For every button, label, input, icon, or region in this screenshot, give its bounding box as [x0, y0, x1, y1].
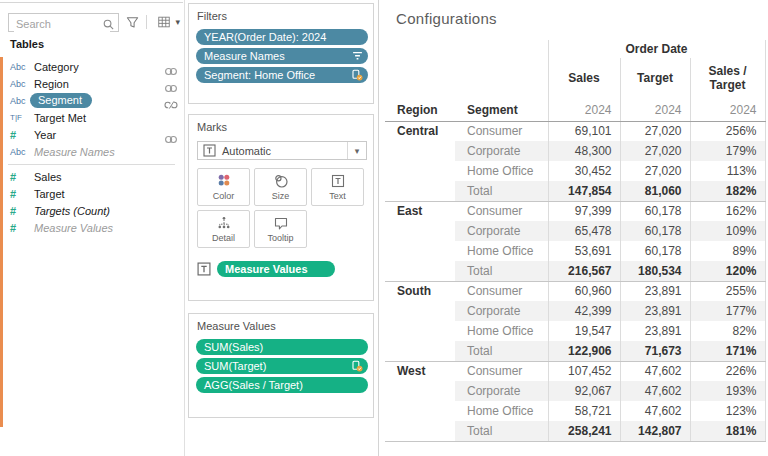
- cell-south-home-office-sales-over-target[interactable]: 82%: [690, 321, 765, 341]
- cell-west-consumer-target[interactable]: 47,602: [620, 361, 690, 381]
- segment-header[interactable]: Home Office: [455, 241, 548, 261]
- cell-south-total-sales-over-target[interactable]: 171%: [690, 341, 765, 361]
- cell-south-corporate-sales-over-target[interactable]: 177%: [690, 301, 765, 321]
- mark-button-text[interactable]: Text: [311, 168, 364, 206]
- cell-east-home-office-target[interactable]: 60,178: [620, 241, 690, 261]
- cell-east-consumer-target[interactable]: 60,178: [620, 201, 690, 221]
- cell-south-home-office-sales[interactable]: 19,547: [548, 321, 620, 341]
- cell-south-corporate-sales[interactable]: 42,399: [548, 301, 620, 321]
- field-row-measure-names[interactable]: AbcMeasure Names: [0, 143, 183, 160]
- mark-button-tooltip[interactable]: Tooltip: [254, 210, 307, 248]
- segment-header[interactable]: Total: [455, 341, 548, 361]
- mark-type-dropdown[interactable]: Automatic ▾: [197, 141, 367, 160]
- cell-east-consumer-sales-over-target[interactable]: 162%: [690, 201, 765, 221]
- cell-central-total-sales[interactable]: 147,854: [548, 181, 620, 201]
- region-header-west[interactable]: West: [385, 361, 455, 441]
- mark-button-size[interactable]: Size: [254, 168, 307, 206]
- cell-east-corporate-sales-over-target[interactable]: 109%: [690, 221, 765, 241]
- cell-west-consumer-sales[interactable]: 107,452: [548, 361, 620, 381]
- view-grid-icon[interactable]: [157, 15, 171, 29]
- cell-east-total-sales[interactable]: 216,567: [548, 261, 620, 281]
- cell-south-consumer-sales-over-target[interactable]: 255%: [690, 281, 765, 301]
- pill-segment-home-office[interactable]: Segment: Home Office: [196, 67, 368, 83]
- year-label[interactable]: 2024: [620, 100, 690, 121]
- cell-south-home-office-target[interactable]: 23,891: [620, 321, 690, 341]
- cell-west-home-office-sales-over-target[interactable]: 123%: [690, 401, 765, 421]
- cell-east-corporate-sales[interactable]: 65,478: [548, 221, 620, 241]
- region-header-east[interactable]: East: [385, 201, 455, 281]
- cell-south-consumer-sales[interactable]: 60,960: [548, 281, 620, 301]
- mark-button-detail[interactable]: Detail: [197, 210, 250, 248]
- segment-header[interactable]: Home Office: [455, 401, 548, 421]
- segment-header[interactable]: Consumer: [455, 361, 548, 381]
- cell-east-total-sales-over-target[interactable]: 120%: [690, 261, 765, 281]
- field-row-region[interactable]: AbcRegion: [0, 75, 183, 92]
- row-header-segment[interactable]: Segment: [455, 100, 548, 121]
- segment-header[interactable]: Corporate: [455, 301, 548, 321]
- cell-south-consumer-target[interactable]: 23,891: [620, 281, 690, 301]
- cell-central-corporate-sales[interactable]: 48,300: [548, 141, 620, 161]
- year-label[interactable]: 2024: [690, 100, 765, 121]
- region-header-south[interactable]: South: [385, 281, 455, 361]
- cell-south-total-target[interactable]: 71,673: [620, 341, 690, 361]
- cell-west-total-sales[interactable]: 258,241: [548, 421, 620, 441]
- pill-agg-sales-target[interactable]: AGG(Sales / Target): [196, 377, 368, 393]
- cell-central-total-target[interactable]: 81,060: [620, 181, 690, 201]
- search-box[interactable]: [8, 13, 119, 32]
- year-label[interactable]: 2024: [548, 100, 620, 121]
- field-row-target[interactable]: #Target: [0, 185, 183, 202]
- cell-central-home-office-sales[interactable]: 30,452: [548, 161, 620, 181]
- pill-measure-values[interactable]: Measure Values: [217, 261, 335, 277]
- mark-button-color[interactable]: Color: [197, 168, 250, 206]
- cell-east-total-target[interactable]: 180,534: [620, 261, 690, 281]
- segment-header[interactable]: Home Office: [455, 161, 548, 181]
- segment-header[interactable]: Total: [455, 181, 548, 201]
- pill-sum-sales[interactable]: SUM(Sales): [196, 339, 368, 355]
- field-row-category[interactable]: AbcCategory: [0, 58, 183, 75]
- row-header-region[interactable]: Region: [385, 100, 455, 121]
- cell-west-total-target[interactable]: 142,807: [620, 421, 690, 441]
- cell-central-consumer-sales-over-target[interactable]: 256%: [690, 121, 765, 141]
- segment-header[interactable]: Corporate: [455, 141, 548, 161]
- cell-east-home-office-sales[interactable]: 53,691: [548, 241, 620, 261]
- cell-central-corporate-target[interactable]: 27,020: [620, 141, 690, 161]
- cell-south-total-sales[interactable]: 122,906: [548, 341, 620, 361]
- cell-east-corporate-target[interactable]: 60,178: [620, 221, 690, 241]
- field-row-targets-count[interactable]: #Targets (Count): [0, 202, 183, 219]
- cell-west-consumer-sales-over-target[interactable]: 226%: [690, 361, 765, 381]
- cell-central-home-office-target[interactable]: 27,020: [620, 161, 690, 181]
- region-header-central[interactable]: Central: [385, 121, 455, 201]
- measure-header-target[interactable]: Target: [620, 58, 690, 100]
- search-input[interactable]: [14, 15, 110, 32]
- segment-header[interactable]: Consumer: [455, 281, 548, 301]
- cell-central-home-office-sales-over-target[interactable]: 113%: [690, 161, 765, 181]
- segment-header[interactable]: Corporate: [455, 221, 548, 241]
- segment-header[interactable]: Total: [455, 261, 548, 281]
- measure-header-ratio[interactable]: Sales / Target: [690, 58, 765, 100]
- field-row-measure-values[interactable]: #Measure Values: [0, 219, 183, 236]
- cell-central-consumer-target[interactable]: 27,020: [620, 121, 690, 141]
- filter-funnel-icon[interactable]: [125, 15, 140, 30]
- cell-west-corporate-sales-over-target[interactable]: 193%: [690, 381, 765, 401]
- pill-sum-target[interactable]: SUM(Target): [196, 358, 368, 374]
- cell-east-consumer-sales[interactable]: 97,399: [548, 201, 620, 221]
- cell-west-total-sales-over-target[interactable]: 181%: [690, 421, 765, 441]
- cell-central-consumer-sales[interactable]: 69,101: [548, 121, 620, 141]
- cell-west-home-office-sales[interactable]: 58,721: [548, 401, 620, 421]
- cell-south-corporate-target[interactable]: 23,891: [620, 301, 690, 321]
- cell-west-corporate-target[interactable]: 47,602: [620, 381, 690, 401]
- cell-west-corporate-sales[interactable]: 92,067: [548, 381, 620, 401]
- cell-central-total-sales-over-target[interactable]: 182%: [690, 181, 765, 201]
- cell-east-home-office-sales-over-target[interactable]: 89%: [690, 241, 765, 261]
- pill-year-order-date-2024[interactable]: YEAR(Order Date): 2024: [196, 29, 368, 45]
- cell-west-home-office-target[interactable]: 47,602: [620, 401, 690, 421]
- column-dimension-header[interactable]: Order Date: [548, 40, 765, 58]
- field-row-segment[interactable]: AbcSegment: [0, 92, 183, 109]
- pill-measure-names[interactable]: Measure Names: [196, 48, 368, 64]
- measure-header-sales[interactable]: Sales: [548, 58, 620, 100]
- segment-header[interactable]: Consumer: [455, 121, 548, 141]
- field-row-target-met[interactable]: T|FTarget Met: [0, 109, 183, 126]
- chevron-down-icon[interactable]: ▾: [347, 142, 366, 159]
- segment-header[interactable]: Consumer: [455, 201, 548, 221]
- field-row-sales[interactable]: #Sales: [0, 168, 183, 185]
